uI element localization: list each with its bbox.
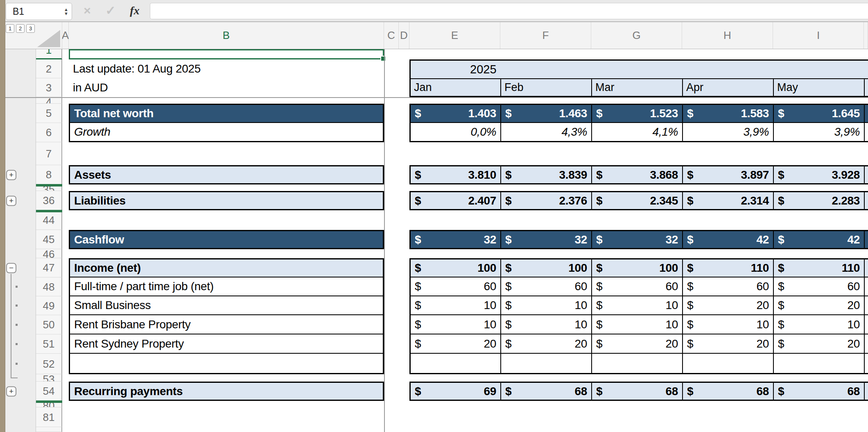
cell-G3-month[interactable]: Mar [591,78,682,97]
cell-F54[interactable]: $68 [500,382,591,401]
cell-B44[interactable] [69,210,384,230]
cell-B54[interactable]: Recurring payments [69,382,384,401]
cell-D81[interactable] [399,407,409,427]
cell-D47[interactable] [399,258,409,277]
row-header-36-collapsed-group[interactable]: 36 [36,191,62,210]
cell-F36[interactable]: $2.376 [500,191,591,210]
column-header-A[interactable]: A [62,22,69,49]
cell-A7[interactable] [62,142,69,165]
cell-B48[interactable]: Full-time / part time job (net) [69,277,384,296]
outline-expand-button-row-36[interactable]: + [6,196,16,206]
cell-F46[interactable] [500,249,591,258]
cell-I36[interactable]: $2.283 [773,191,864,210]
cell-C8[interactable] [384,165,399,184]
cell-D48[interactable] [399,277,409,296]
cell-E35[interactable] [409,184,500,191]
cell-E5[interactable]: $1.403 [409,104,500,123]
cell-H5[interactable]: $1.583 [682,104,773,123]
cell-D35[interactable] [399,184,409,191]
cell-C46[interactable] [384,249,399,258]
row-header-50[interactable]: 50 [36,315,62,334]
cell-H3-month[interactable]: Apr [682,78,773,97]
cell-H81[interactable] [682,407,773,427]
cell-E36[interactable]: $2.407 [409,191,500,210]
cell-E7[interactable] [409,142,500,165]
cell-H51[interactable]: $20 [682,334,773,354]
cell-D6[interactable] [399,123,409,142]
cell-D2[interactable] [399,59,409,78]
select-all-corner[interactable] [36,22,62,49]
row-header-45[interactable]: 45 [36,230,62,249]
stepper-down-icon[interactable]: ▼ [64,11,68,16]
cell-H53[interactable] [682,374,773,382]
cell-A45[interactable] [62,230,69,249]
row-header-49[interactable]: 49 [36,296,62,315]
cell-A47[interactable] [62,258,69,277]
cell-B49[interactable]: Small Business [69,296,384,315]
cell-A48[interactable] [62,277,69,296]
cell-C7[interactable] [384,142,399,165]
cell-G47[interactable]: $100 [591,258,682,277]
cell-E6[interactable]: 0,0% [409,123,500,142]
cell-D44[interactable] [399,210,409,230]
cell-H52[interactable] [682,354,773,374]
column-header-G[interactable]: G [591,22,682,49]
cell-A2[interactable] [62,59,69,78]
cell-G50[interactable]: $10 [591,315,682,334]
cell-I45[interactable]: $42 [773,230,864,249]
cell-F47[interactable]: $100 [500,258,591,277]
cell-E44[interactable] [409,210,500,230]
cell-C35[interactable] [384,184,399,191]
row-header-1[interactable]: 1 [36,49,62,59]
cell-F48[interactable]: $60 [500,277,591,296]
cell-I44[interactable] [773,210,864,230]
cell-C81[interactable] [384,407,399,427]
cell-I35[interactable] [773,184,864,191]
cell-B2-last-update[interactable]: Last update: 01 Aug 2025 [69,59,384,78]
cell-A36[interactable] [62,191,69,210]
row-header-3[interactable]: 3 [36,78,62,97]
cell-A80[interactable] [62,401,69,407]
cell-B35[interactable] [69,184,384,191]
cell-E8[interactable]: $3.810 [409,165,500,184]
cell-D4[interactable] [399,97,409,104]
cell-D46[interactable] [399,249,409,258]
cell-E1[interactable] [409,49,500,59]
cell-B53[interactable] [69,374,384,382]
cell-E53[interactable] [409,374,500,382]
cell-F81[interactable] [500,407,591,427]
cell-E81[interactable] [409,407,500,427]
cell-H54[interactable]: $68 [682,382,773,401]
cell-H44[interactable] [682,210,773,230]
cell-I6[interactable]: 3,9% [773,123,864,142]
cell-H6[interactable]: 3,9% [682,123,773,142]
outline-level-button-2[interactable]: 2 [16,24,25,33]
column-header-H[interactable]: H [682,22,773,49]
cell-C51[interactable] [384,334,399,354]
cancel-icon[interactable]: × [80,0,95,22]
cell-G48[interactable]: $60 [591,277,682,296]
cell-H50[interactable]: $10 [682,315,773,334]
cell-H35[interactable] [682,184,773,191]
cell-C6[interactable] [384,123,399,142]
cell-I8[interactable]: $3.928 [773,165,864,184]
cell-B4[interactable] [69,97,384,104]
cell-H48[interactable]: $60 [682,277,773,296]
cell-F52[interactable] [500,354,591,374]
row-header-51[interactable]: 51 [36,334,62,354]
cell-G46[interactable] [591,249,682,258]
cell-I50[interactable]: $10 [773,315,864,334]
cell-B6[interactable]: Growth [69,123,384,142]
cell-B81[interactable] [69,407,384,427]
year-banner[interactable]: 2025 [409,59,868,78]
column-header-I[interactable]: I [773,22,864,49]
cell-A8[interactable] [62,165,69,184]
outline-expand-button-row-54[interactable]: + [6,386,16,396]
row-header-2[interactable]: 2 [36,59,62,78]
cell-G81[interactable] [591,407,682,427]
cell-G52[interactable] [591,354,682,374]
cell-B3-currency-note[interactable]: in AUD [69,78,384,97]
row-header-44[interactable]: 44 [36,210,62,230]
cell-E51[interactable]: $20 [409,334,500,354]
cell-E3-month[interactable]: Jan [409,78,500,97]
